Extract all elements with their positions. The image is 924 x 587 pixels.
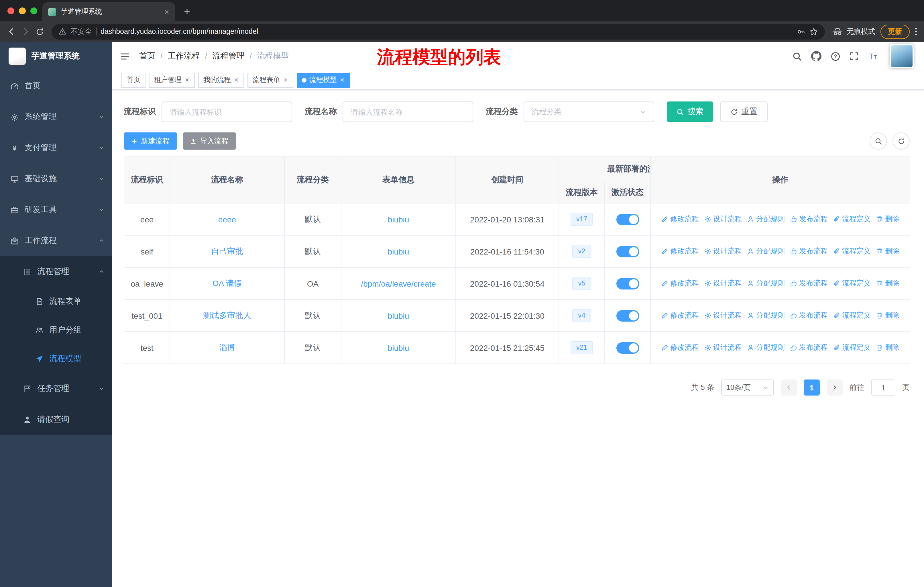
sidebar-item-workflow[interactable]: 工作流程 bbox=[0, 225, 112, 256]
new-tab-button[interactable] bbox=[183, 8, 191, 15]
form-info-link[interactable]: biubiu bbox=[388, 215, 409, 224]
active-toggle[interactable] bbox=[616, 246, 639, 257]
tag-process-form[interactable]: 流程表单 bbox=[248, 73, 293, 88]
edit-process-link[interactable]: 修改流程 bbox=[661, 246, 699, 256]
delete-process-link[interactable]: 删除 bbox=[876, 279, 899, 288]
sidebar-item-task-management[interactable]: 任务管理 bbox=[0, 373, 112, 404]
page-size-select[interactable]: 10条/页 bbox=[721, 379, 774, 395]
delete-process-link[interactable]: 删除 bbox=[876, 246, 899, 256]
design-process-link[interactable]: 设计流程 bbox=[704, 279, 742, 288]
goto-page-input[interactable] bbox=[871, 379, 895, 395]
tag-home[interactable]: 首页 bbox=[121, 73, 145, 88]
publish-process-link[interactable]: 发布流程 bbox=[790, 311, 828, 321]
assign-rule-link[interactable]: 分配规则 bbox=[747, 214, 785, 224]
publish-process-link[interactable]: 发布流程 bbox=[790, 214, 828, 224]
current-page-button[interactable]: 1 bbox=[804, 379, 820, 395]
reset-button[interactable]: 重置 bbox=[720, 101, 767, 122]
process-name-link[interactable]: OA 请假 bbox=[213, 278, 242, 288]
active-toggle[interactable] bbox=[616, 342, 639, 354]
breadcrumb-process-management[interactable]: 流程管理 bbox=[200, 51, 244, 61]
process-id-input[interactable] bbox=[162, 101, 292, 122]
sidebar-item-infrastructure[interactable]: 基础设施 bbox=[0, 164, 112, 194]
sidebar-item-process-management[interactable]: 流程管理 bbox=[0, 256, 112, 287]
reload-icon[interactable] bbox=[36, 27, 44, 36]
active-toggle[interactable] bbox=[616, 310, 639, 321]
edit-process-link[interactable]: 修改流程 bbox=[661, 343, 699, 352]
design-process-link[interactable]: 设计流程 bbox=[704, 214, 742, 224]
search-button[interactable]: 搜索 bbox=[667, 101, 713, 122]
hamburger-icon[interactable] bbox=[120, 52, 130, 61]
tag-process-model[interactable]: 流程模型 bbox=[297, 73, 350, 88]
zoom-window-button[interactable] bbox=[30, 7, 37, 14]
process-definition-link[interactable]: 流程定义 bbox=[833, 214, 871, 224]
form-info-link[interactable]: biubiu bbox=[388, 247, 409, 256]
user-avatar[interactable] bbox=[889, 44, 914, 68]
breadcrumb-workflow[interactable]: 工作流程 bbox=[155, 51, 200, 61]
sidebar-item-dev-tools[interactable]: 研发工具 bbox=[0, 194, 112, 225]
app-logo[interactable]: 芋道管理系统 bbox=[0, 42, 112, 71]
create-process-button[interactable]: 新建流程 bbox=[124, 132, 177, 150]
active-toggle[interactable] bbox=[616, 213, 639, 225]
update-button[interactable]: 更新 bbox=[881, 24, 910, 39]
process-name-link[interactable]: 滔博 bbox=[219, 342, 235, 352]
assign-rule-link[interactable]: 分配规则 bbox=[747, 246, 785, 256]
back-icon[interactable] bbox=[7, 27, 16, 36]
delete-process-link[interactable]: 删除 bbox=[876, 311, 899, 321]
edit-process-link[interactable]: 修改流程 bbox=[661, 279, 699, 288]
publish-process-link[interactable]: 发布流程 bbox=[790, 279, 828, 288]
tag-my-process[interactable]: 我的流程 bbox=[198, 73, 244, 88]
refresh-table-button[interactable] bbox=[893, 132, 910, 150]
tag-tenant-management[interactable]: 租户管理 bbox=[149, 73, 195, 88]
form-info-link[interactable]: /bpm/oa/leave/create bbox=[361, 279, 436, 288]
toggle-search-button[interactable] bbox=[870, 132, 887, 150]
delete-process-link[interactable]: 删除 bbox=[876, 343, 899, 352]
assign-rule-link[interactable]: 分配规则 bbox=[747, 311, 785, 321]
next-page-button[interactable] bbox=[827, 379, 843, 395]
search-icon[interactable] bbox=[792, 51, 802, 61]
delete-process-link[interactable]: 删除 bbox=[876, 214, 899, 224]
close-window-button[interactable] bbox=[7, 7, 14, 14]
form-info-link[interactable]: biubiu bbox=[388, 343, 409, 352]
assign-rule-link[interactable]: 分配规则 bbox=[747, 343, 785, 352]
active-toggle[interactable] bbox=[616, 278, 639, 289]
assign-rule-link[interactable]: 分配规则 bbox=[747, 279, 785, 288]
browser-menu-icon[interactable] bbox=[915, 27, 917, 36]
import-process-button[interactable]: 导入流程 bbox=[183, 132, 236, 150]
edit-process-link[interactable]: 修改流程 bbox=[661, 214, 699, 224]
sidebar-item-leave-query[interactable]: 请假查询 bbox=[0, 404, 112, 435]
sidebar-item-payment-management[interactable]: 支付管理 bbox=[0, 132, 112, 164]
address-bar[interactable]: 不安全 dashboard.yudao.iocoder.cn/bpm/manag… bbox=[51, 24, 825, 39]
sidebar-item-process-form[interactable]: 流程表单 bbox=[0, 287, 112, 316]
help-icon[interactable] bbox=[831, 51, 840, 61]
sidebar-item-user-group[interactable]: 用户分组 bbox=[0, 316, 112, 344]
close-icon[interactable] bbox=[283, 78, 288, 83]
process-definition-link[interactable]: 流程定义 bbox=[833, 279, 871, 288]
breadcrumb-home[interactable]: 首页 bbox=[139, 51, 155, 61]
bookmark-star-icon[interactable] bbox=[809, 27, 818, 36]
process-name-input[interactable] bbox=[343, 101, 473, 122]
warning-icon[interactable] bbox=[58, 28, 66, 36]
process-definition-link[interactable]: 流程定义 bbox=[833, 311, 871, 321]
publish-process-link[interactable]: 发布流程 bbox=[790, 343, 828, 352]
process-name-link[interactable]: eeee bbox=[218, 215, 236, 224]
publish-process-link[interactable]: 发布流程 bbox=[790, 246, 828, 256]
category-select[interactable]: 流程分类 bbox=[523, 101, 654, 122]
key-icon[interactable] bbox=[797, 27, 805, 36]
process-definition-link[interactable]: 流程定义 bbox=[833, 246, 871, 256]
minimize-window-button[interactable] bbox=[19, 7, 26, 14]
font-size-icon[interactable] bbox=[868, 51, 878, 61]
browser-tab[interactable]: 芋道管理系统 bbox=[42, 2, 175, 21]
sidebar-item-home[interactable]: 首页 bbox=[0, 71, 112, 101]
process-name-link[interactable]: 自己审批 bbox=[211, 246, 243, 255]
design-process-link[interactable]: 设计流程 bbox=[704, 343, 742, 352]
prev-page-button[interactable] bbox=[781, 379, 797, 395]
tab-close-icon[interactable] bbox=[164, 9, 170, 15]
close-icon[interactable] bbox=[185, 78, 190, 83]
design-process-link[interactable]: 设计流程 bbox=[704, 311, 742, 321]
fullscreen-icon[interactable] bbox=[850, 51, 859, 61]
github-icon[interactable] bbox=[811, 51, 822, 61]
form-info-link[interactable]: biubiu bbox=[388, 311, 409, 320]
edit-process-link[interactable]: 修改流程 bbox=[661, 311, 699, 321]
close-icon[interactable] bbox=[234, 78, 239, 83]
sidebar-item-process-model[interactable]: 流程模型 bbox=[0, 344, 112, 373]
